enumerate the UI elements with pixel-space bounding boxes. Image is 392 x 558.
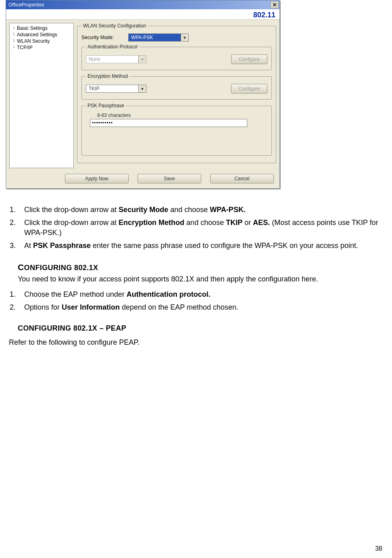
dialog-footer: Apply Now Save Cancel [6,171,279,188]
psk-passphrase-legend: PSK Passphrase [86,103,126,108]
chevron-down-icon: ▼ [138,56,146,63]
sidebar-item-label: WLAN Security [17,38,50,44]
sidebar-item-tcpip[interactable]: └ TCP/IP [10,44,73,51]
auth-protocol-group: Authentication Protocol None ▼ Configure [81,44,272,70]
chevron-down-icon[interactable]: ▼ [138,85,146,92]
security-mode-value: WPA-PSK [129,34,181,41]
wpa-psk-steps: Click the drop-down arrow at Security Mo… [9,205,383,250]
section-text-peap: Refer to the following to configure PEAP… [9,337,383,347]
encryption-method-legend: Encryption Method [86,73,129,79]
tree-tick-icon: └ [12,32,15,37]
enc-configure-button: Configure [231,84,267,94]
encryption-method-value: TKIP [86,85,138,92]
list-item: Choose the EAP method under Authenticati… [18,289,383,299]
8021x-steps: Choose the EAP method under Authenticati… [9,289,383,312]
section-heading-8021x: CONFIGURING 802.1X [18,262,383,273]
apply-now-button[interactable]: Apply Now [65,174,129,183]
wlan-security-legend: WLAN Security Configuration [81,23,148,29]
section-heading-peap: CONFIGURING 802.1X – PEAP [18,323,383,333]
psk-passphrase-input[interactable] [90,119,247,127]
list-item: At PSK Passphrase enter the same pass ph… [18,241,383,250]
auth-configure-button: Configure [231,54,267,64]
security-mode-select[interactable]: WPA-PSK ▼ [128,33,189,42]
sidebar-item-wlan-security[interactable]: └ WLAN Security [10,38,73,44]
title-bar-text: OfficeProperties [8,2,44,8]
close-icon[interactable]: ✕ [271,1,279,8]
office-properties-dialog: OfficeProperties ✕ 802.11 └ Basic Settin… [6,0,280,189]
list-item: Click the drop-down arrow at Security Mo… [18,205,383,214]
page-number: 38 [375,545,382,552]
auth-protocol-value: None [86,56,138,63]
section-intro-8021x: You need to know if your access point su… [18,274,383,284]
document-body: Click the drop-down arrow at Security Mo… [0,189,392,347]
encryption-method-group: Encryption Method TKIP ▼ Configure [81,73,272,100]
protocol-label: 802.11 [6,9,279,20]
auth-protocol-select: None ▼ [86,55,146,63]
sidebar-item-label: TCP/IP [17,45,33,50]
sidebar-item-basic-settings[interactable]: └ Basic Settings [10,25,73,31]
security-mode-label: Security Mode: [81,35,124,40]
psk-passphrase-group: PSK Passphrase 8-63 characters [81,103,272,156]
title-bar: OfficeProperties ✕ [6,0,279,9]
sidebar-item-advanced-settings[interactable]: └ Advanced Settings [10,31,73,38]
psk-hint: 8-63 characters [97,112,267,118]
tree-tick-icon: └ [12,45,15,50]
cancel-button[interactable]: Cancel [210,174,274,183]
save-button[interactable]: Save [138,174,201,183]
sidebar-item-label: Advanced Settings [17,32,57,37]
tree-tick-icon: └ [12,26,15,31]
list-item: Click the drop-down arrow at Encryption … [18,218,383,237]
wlan-security-group: WLAN Security Configuration Security Mod… [77,23,276,163]
settings-tree: └ Basic Settings └ Advanced Settings └ W… [9,23,74,168]
chevron-down-icon[interactable]: ▼ [181,34,188,41]
auth-protocol-legend: Authentication Protocol [86,44,139,50]
sidebar-item-label: Basic Settings [17,25,48,31]
tree-tick-icon: └ [12,39,15,44]
list-item: Options for User Information depend on t… [18,302,383,312]
encryption-method-select[interactable]: TKIP ▼ [86,85,146,93]
